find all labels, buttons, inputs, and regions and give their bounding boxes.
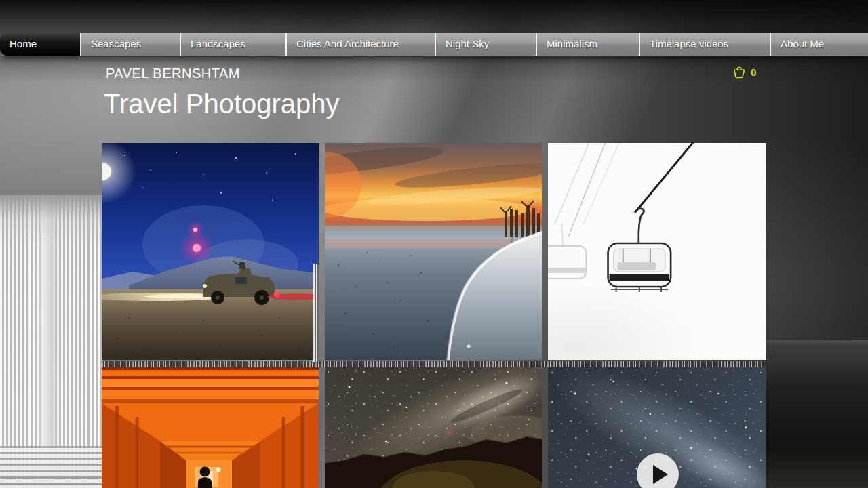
background-pier-fence <box>0 195 102 488</box>
gallery-photo-sunset-beach[interactable] <box>325 143 542 360</box>
main-nav: Home Seascapes Landscapes Cities And Arc… <box>0 33 868 56</box>
gallery-photo-night-desert[interactable] <box>102 143 319 360</box>
nav-tab-about-me[interactable]: About Me <box>771 33 868 56</box>
nav-tab-cities-and-architecture[interactable]: Cities And Architecture <box>287 33 436 56</box>
nav-tab-timelapse-videos[interactable]: Timelapse videos <box>640 33 771 56</box>
nav-tab-home[interactable]: Home <box>0 33 81 56</box>
nav-tab-minimalism[interactable]: Minimalism <box>537 33 640 56</box>
gallery-photo-milky-way-video[interactable] <box>548 367 766 488</box>
gallery-photo-milky-way-mountain[interactable] <box>325 367 542 488</box>
cart-count: 0 <box>751 66 756 78</box>
gallery-photo-torii-gates[interactable] <box>102 367 319 488</box>
nav-tab-landscapes[interactable]: Landscapes <box>181 33 287 56</box>
nav-tab-night-sky[interactable]: Night Sky <box>436 33 537 56</box>
milky-way-mountain-image <box>325 367 542 488</box>
site-owner: PAVEL BERNSHTAM <box>106 66 240 81</box>
capture-artifact-vertical <box>313 264 319 362</box>
gallery-photo-ski-lift[interactable] <box>548 143 766 360</box>
page: Home Seascapes Landscapes Cities And Arc… <box>0 0 868 488</box>
ski-lift-image <box>548 143 766 360</box>
photo-grid <box>102 143 767 488</box>
sunset-beach-image <box>325 143 542 360</box>
capture-artifact-horizontal <box>102 361 766 367</box>
shopping-basket-icon <box>732 64 747 79</box>
cart-button[interactable]: 0 <box>732 64 756 79</box>
page-title: Travel Photography <box>104 89 340 119</box>
background-sea <box>765 340 868 488</box>
night-desert-image <box>102 143 319 360</box>
nav-tab-seascapes[interactable]: Seascapes <box>81 33 181 56</box>
torii-gates-image <box>102 367 319 488</box>
